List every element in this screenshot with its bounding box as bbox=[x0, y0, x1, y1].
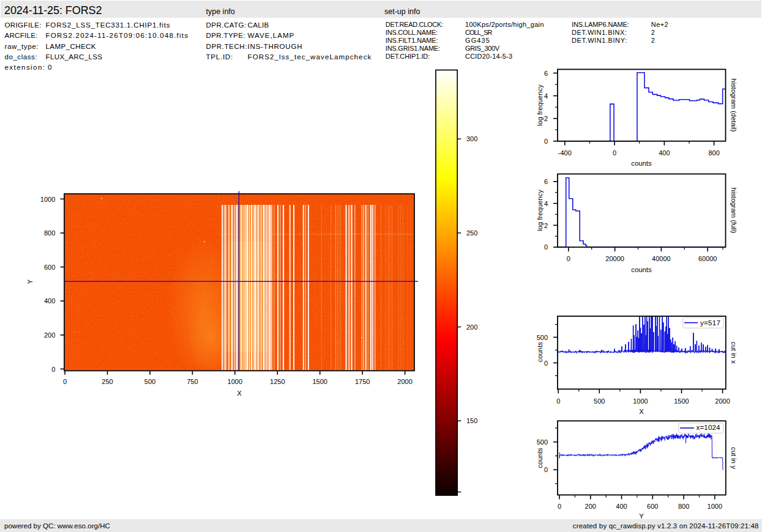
svg-text:0: 0 bbox=[48, 63, 51, 71]
svg-text:1500: 1500 bbox=[674, 397, 689, 405]
svg-text:750: 750 bbox=[187, 378, 198, 385]
svg-text:1250: 1250 bbox=[270, 378, 285, 385]
svg-text:2: 2 bbox=[651, 37, 655, 44]
svg-text:400: 400 bbox=[659, 149, 670, 157]
svg-text:Ne+2: Ne+2 bbox=[651, 21, 668, 28]
svg-text:2: 2 bbox=[651, 29, 655, 36]
svg-text:type info: type info bbox=[206, 7, 235, 16]
svg-text:1000: 1000 bbox=[228, 378, 242, 385]
svg-text:DPR.CATG:: DPR.CATG: bbox=[206, 21, 247, 29]
svg-text:0: 0 bbox=[544, 360, 548, 367]
svg-text:Y: Y bbox=[26, 279, 34, 284]
svg-text:600: 600 bbox=[44, 264, 55, 271]
svg-text:CALIB: CALIB bbox=[248, 21, 269, 29]
svg-text:INS.FILT1.NAME:: INS.FILT1.NAME: bbox=[386, 37, 438, 44]
svg-text:histogram (detail): histogram (detail) bbox=[730, 78, 738, 132]
svg-text:DET.CHIP1.ID:: DET.CHIP1.ID: bbox=[386, 53, 430, 60]
svg-text:FORS2_LSS_TEC331.1.CHIP1.fits: FORS2_LSS_TEC331.1.CHIP1.fits bbox=[46, 21, 170, 29]
svg-text:500: 500 bbox=[594, 397, 605, 405]
svg-text:WAVE,LAMP: WAVE,LAMP bbox=[248, 31, 294, 39]
svg-text:DPR.TECH:: DPR.TECH: bbox=[206, 42, 247, 50]
svg-text:0: 0 bbox=[556, 397, 560, 405]
svg-text:counts: counts bbox=[536, 448, 543, 468]
svg-text:Y: Y bbox=[639, 512, 644, 520]
svg-text:150: 150 bbox=[466, 417, 477, 424]
svg-text:0: 0 bbox=[51, 366, 55, 373]
svg-text:counts: counts bbox=[536, 342, 543, 363]
svg-text:DET.READ.CLOCK:: DET.READ.CLOCK: bbox=[386, 21, 443, 28]
svg-text:counts: counts bbox=[631, 160, 652, 167]
svg-text:0: 0 bbox=[544, 466, 548, 473]
svg-text:GG435: GG435 bbox=[465, 37, 490, 44]
svg-text:400: 400 bbox=[616, 503, 627, 510]
svg-text:500: 500 bbox=[537, 334, 548, 341]
svg-text:2024-11-25: FORS2: 2024-11-25: FORS2 bbox=[4, 4, 102, 17]
svg-text:200: 200 bbox=[44, 331, 55, 339]
svg-text:200: 200 bbox=[585, 503, 596, 510]
svg-text:powered by QC: www.eso.org/HC: powered by QC: www.eso.org/HC bbox=[4, 522, 110, 530]
svg-text:500: 500 bbox=[537, 438, 548, 446]
svg-text:set-up info: set-up info bbox=[384, 7, 420, 16]
svg-text:300: 300 bbox=[466, 135, 477, 142]
svg-text:counts: counts bbox=[631, 266, 652, 273]
svg-text:250: 250 bbox=[466, 229, 477, 237]
svg-text:0: 0 bbox=[567, 255, 570, 262]
svg-text:DET.WIN1.BINY:: DET.WIN1.BINY: bbox=[572, 37, 627, 44]
svg-text:log frequency: log frequency bbox=[536, 84, 543, 126]
svg-text:INS.LAMP6.NAME:: INS.LAMP6.NAME: bbox=[572, 21, 629, 28]
svg-text:INS.COLL.NAME:: INS.COLL.NAME: bbox=[386, 29, 438, 36]
svg-text:INS.GRIS1.NAME:: INS.GRIS1.NAME: bbox=[386, 45, 440, 52]
svg-text:800: 800 bbox=[44, 229, 55, 237]
svg-text:X: X bbox=[237, 390, 242, 397]
svg-text:created by qc_rawdisp.py v1.2.: created by qc_rawdisp.py v1.2.3 on 2024-… bbox=[573, 522, 759, 530]
svg-text:1000: 1000 bbox=[708, 503, 722, 510]
svg-text:500: 500 bbox=[144, 378, 155, 385]
svg-text:ARCFILE:: ARCFILE: bbox=[5, 31, 38, 39]
svg-text:800: 800 bbox=[678, 503, 689, 510]
svg-text:DET.WIN1.BINX:: DET.WIN1.BINX: bbox=[572, 29, 627, 36]
svg-text:TPL.ID:: TPL.ID: bbox=[206, 53, 233, 61]
svg-text:0: 0 bbox=[544, 243, 548, 251]
svg-text:4: 4 bbox=[544, 200, 548, 207]
svg-text:GRIS_300V: GRIS_300V bbox=[465, 45, 500, 52]
svg-text:40000: 40000 bbox=[652, 255, 671, 262]
svg-text:0: 0 bbox=[613, 149, 616, 157]
svg-text:raw_type:: raw_type: bbox=[5, 42, 39, 50]
svg-text:X: X bbox=[639, 408, 644, 415]
svg-text:6: 6 bbox=[544, 178, 548, 185]
svg-text:2000: 2000 bbox=[715, 397, 730, 405]
svg-text:-400: -400 bbox=[558, 149, 572, 157]
svg-text:2: 2 bbox=[544, 222, 548, 229]
svg-text:60000: 60000 bbox=[698, 255, 717, 262]
svg-text:1000: 1000 bbox=[40, 196, 55, 203]
svg-text:histogram (full): histogram (full) bbox=[730, 188, 738, 234]
svg-text:do_class:: do_class: bbox=[5, 53, 37, 61]
svg-text:cut in x: cut in x bbox=[730, 342, 738, 364]
svg-text:y=517: y=517 bbox=[700, 319, 720, 327]
svg-text:800: 800 bbox=[708, 149, 719, 157]
svg-text:100Kps/2ports/high_gain: 100Kps/2ports/high_gain bbox=[465, 21, 544, 28]
svg-text:2000: 2000 bbox=[397, 378, 412, 385]
svg-text:1750: 1750 bbox=[355, 378, 370, 385]
svg-text:FORS2_lss_tec_waveLampcheck: FORS2_lss_tec_waveLampcheck bbox=[248, 53, 372, 61]
svg-text:4: 4 bbox=[544, 92, 548, 100]
svg-text:0: 0 bbox=[63, 378, 67, 385]
svg-text:cut in y: cut in y bbox=[730, 447, 738, 469]
svg-text:1500: 1500 bbox=[312, 378, 327, 385]
svg-text:6: 6 bbox=[544, 70, 548, 77]
svg-text:2: 2 bbox=[544, 115, 548, 122]
svg-text:log frequency: log frequency bbox=[536, 190, 543, 231]
svg-text:ORIGFILE:: ORIGFILE: bbox=[5, 21, 42, 29]
svg-text:600: 600 bbox=[647, 503, 658, 510]
svg-text:250: 250 bbox=[102, 378, 113, 385]
svg-text:DPR.TYPE:: DPR.TYPE: bbox=[206, 31, 245, 39]
svg-text:0: 0 bbox=[544, 138, 548, 145]
svg-text:0: 0 bbox=[558, 503, 561, 510]
svg-text:400: 400 bbox=[44, 297, 55, 305]
svg-text:20000: 20000 bbox=[605, 255, 624, 262]
svg-text:INS-THROUGH: INS-THROUGH bbox=[248, 42, 302, 50]
svg-text:FORS2.2024-11-26T09:06:10.048.: FORS2.2024-11-26T09:06:10.048.fits bbox=[46, 31, 189, 39]
svg-text:x=1024: x=1024 bbox=[697, 423, 720, 431]
svg-text:COLL_SR: COLL_SR bbox=[465, 29, 493, 36]
svg-text:LAMP_CHECK: LAMP_CHECK bbox=[46, 42, 96, 50]
